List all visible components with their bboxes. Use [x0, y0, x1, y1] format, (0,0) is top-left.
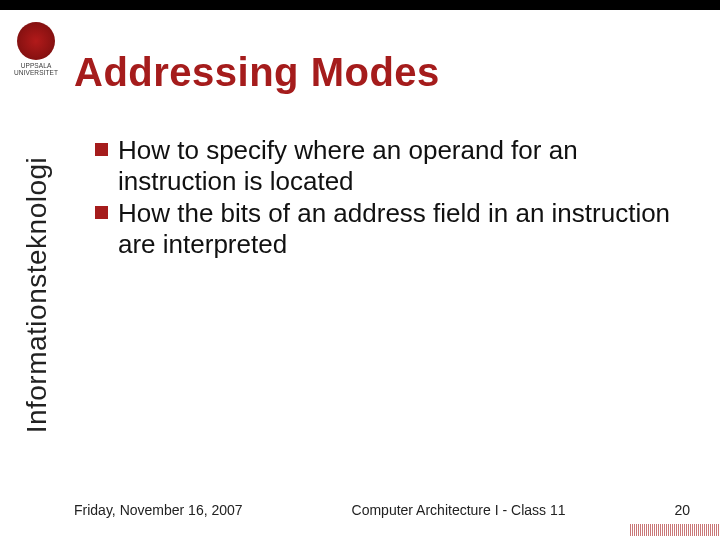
- footer-date: Friday, November 16, 2007: [74, 502, 243, 518]
- content-area: How to specify where an operand for an i…: [95, 135, 690, 262]
- footer-course: Computer Architecture I - Class 11: [352, 502, 566, 518]
- sidebar-vertical-label: Informationsteknologi: [21, 157, 53, 434]
- slide: UPPSALA UNIVERSITET Addressing Modes Inf…: [0, 0, 720, 540]
- footer-page-number: 20: [674, 502, 690, 518]
- slide-title: Addressing Modes: [74, 50, 440, 95]
- logo-text-line2: UNIVERSITET: [14, 70, 58, 77]
- square-bullet-icon: [95, 143, 108, 156]
- footer-spacer: [566, 502, 675, 518]
- list-item: How the bits of an address field in an i…: [95, 198, 690, 259]
- footer-spacer: [243, 502, 352, 518]
- bullet-text: How the bits of an address field in an i…: [118, 198, 690, 259]
- slide-footer: Friday, November 16, 2007 Computer Archi…: [74, 502, 690, 518]
- seal-icon: [17, 22, 55, 60]
- square-bullet-icon: [95, 206, 108, 219]
- bottom-right-decoration: [630, 524, 720, 536]
- bullet-text: How to specify where an operand for an i…: [118, 135, 690, 196]
- top-decoration-strip: [0, 0, 720, 10]
- university-logo: UPPSALA UNIVERSITET: [14, 22, 58, 77]
- sidebar-vertical-label-container: Informationsteknologi: [22, 130, 52, 460]
- list-item: How to specify where an operand for an i…: [95, 135, 690, 196]
